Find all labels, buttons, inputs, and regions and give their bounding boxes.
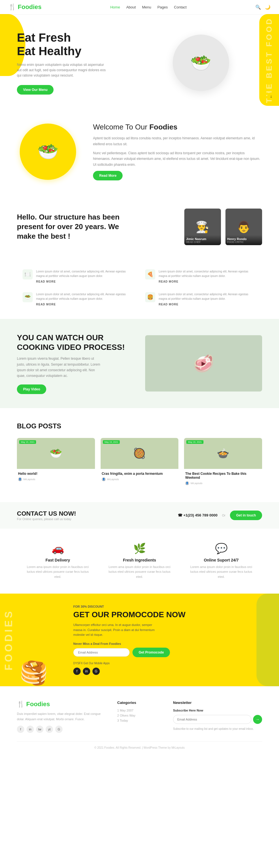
blog-author-2: 👤 MrLayouts bbox=[102, 477, 177, 481]
blog-card-1[interactable]: 🥗 May 19, 2021 Hello world! 👤 MrLayouts bbox=[17, 438, 95, 488]
hero-image: 🥗 bbox=[140, 35, 262, 91]
feature-read-1[interactable]: READ MORE bbox=[36, 280, 134, 283]
get-in-touch-button[interactable]: Get in touch bbox=[230, 510, 262, 520]
newsletter-email-input[interactable] bbox=[173, 715, 251, 724]
blog-card-2[interactable]: 🥘 May 19, 2021 Cras fringilla, enim a po… bbox=[101, 438, 179, 488]
feature-read-3[interactable]: READ MORE bbox=[36, 303, 134, 306]
chef-role-1: HEAD CHEF bbox=[186, 241, 219, 244]
nav-item-pages[interactable]: Pages bbox=[157, 5, 168, 9]
footer-social-linkedin[interactable]: in bbox=[27, 725, 34, 733]
feature-read-2[interactable]: READ MORE bbox=[159, 280, 256, 283]
welcome-section: 🥗 Welcome To Our Foodies Aptent taciti s… bbox=[0, 106, 279, 197]
newsletter-input-row: → bbox=[173, 715, 262, 724]
blog-grid: 🥗 May 19, 2021 Hello world! 👤 MrLayouts … bbox=[17, 438, 262, 488]
hero-heading: Eat Fresh Eat Healthy bbox=[17, 31, 140, 58]
footer-social-facebook[interactable]: f bbox=[17, 725, 24, 733]
footer-newsletter-cta: Subscribe Here Now bbox=[173, 709, 262, 712]
video-section: YOU CAN WATCH OUR COOKING VIDEO PROCESS!… bbox=[0, 319, 279, 408]
navbar: 🍴 Foodies Home About Menu Pages Contact … bbox=[0, 0, 279, 14]
blog-image-3: 🍲 May 19, 2021 bbox=[184, 438, 262, 469]
footer-cat-2[interactable]: 2 Olives Way bbox=[117, 714, 162, 717]
promo-right: FOR 30% DISCOUNT GET OUR PROMOCODE NOW U… bbox=[67, 594, 279, 686]
promo-email-input[interactable] bbox=[73, 648, 130, 657]
welcome-text: Welcome To Our Foodies Aptent taciti soc… bbox=[93, 123, 262, 180]
promo-food-image: 🥞 bbox=[20, 648, 48, 686]
view-menu-button[interactable]: View Our Menu bbox=[17, 85, 54, 95]
blog-card-3[interactable]: 🍲 May 19, 2021 The Best Cookie Recipes T… bbox=[184, 438, 262, 488]
blog-date-3: May 19, 2021 bbox=[186, 440, 203, 444]
footer-social-youtube[interactable]: yt bbox=[46, 725, 53, 733]
theme-toggle-icon[interactable]: 🌙 bbox=[265, 4, 271, 10]
support-icon: 💬 bbox=[190, 542, 252, 554]
footer-social-twitter[interactable]: tw bbox=[36, 725, 44, 733]
welcome-plate: 🥗 bbox=[20, 124, 76, 180]
footer-newsletter-heading: Newsletter bbox=[173, 701, 262, 705]
nav-item-menu[interactable]: Menu bbox=[142, 5, 151, 9]
chefs-cards: 👨‍🍳 Jimic Nasrum HEAD CHEF 👨 Henry Rondo… bbox=[144, 209, 262, 245]
newsletter-submit-button[interactable]: → bbox=[253, 715, 262, 724]
blog-body-1: Hello world! 👤 MrLayouts bbox=[17, 469, 95, 484]
video-thumbnail[interactable]: 🥩 ▶ bbox=[145, 335, 262, 392]
blog-body-2: Cras fringilla, enim a porta fermentum 👤… bbox=[101, 469, 179, 484]
promo-social: f in G bbox=[73, 668, 186, 675]
chef-card-1[interactable]: 👨‍🍳 Jimic Nasrum HEAD CHEF bbox=[184, 209, 221, 245]
delivery-title: Fast Delivery bbox=[27, 558, 89, 562]
feature-item-1: 🍽️ Lorem ipsum dolor sit amet, consectet… bbox=[17, 265, 140, 288]
delivery-desc: Lorem ama ipsum dolor proin in faucibus … bbox=[27, 565, 89, 580]
promo-input-row: Get Promocode bbox=[73, 648, 186, 657]
foodies-vertical-text: FOODIES bbox=[3, 609, 15, 671]
footer-social-google[interactable]: G bbox=[55, 725, 62, 733]
social-linkedin[interactable]: in bbox=[83, 668, 90, 675]
hero-plate-image: 🥗 bbox=[173, 35, 229, 91]
nav-item-home[interactable]: Home bbox=[110, 5, 120, 9]
footer-logo-icon: 🍴 bbox=[17, 701, 25, 708]
contact-or: Or bbox=[222, 514, 225, 517]
social-google[interactable]: G bbox=[92, 668, 100, 675]
hero-text: Eat Fresh Eat Healthy Nemo enim ipsam vo… bbox=[17, 31, 140, 95]
feature-icon-1: 🍽️ bbox=[23, 269, 33, 279]
contact-phone: ☎ +1(23) 456 789 0000 bbox=[178, 513, 218, 517]
nav-item-about[interactable]: About bbox=[126, 5, 136, 9]
feat-support: 💬 Online Suport 24/7 Lorem ama ipsum dol… bbox=[190, 542, 252, 580]
video-text: YOU CAN WATCH OUR COOKING VIDEO PROCESS!… bbox=[17, 333, 134, 394]
blog-section: BLOG POSTS 🥗 May 19, 2021 Hello world! 👤… bbox=[0, 408, 279, 502]
blog-author-3: 👤 MrLayouts bbox=[185, 481, 261, 485]
promo-tag: FOR 30% DISCOUNT bbox=[73, 605, 186, 608]
blog-author-1: 👤 MrLayouts bbox=[18, 477, 94, 481]
video-heading: YOU CAN WATCH OUR COOKING VIDEO PROCESS! bbox=[17, 333, 134, 352]
blog-title-3: The Best Cookie Recipes To Bake this Wee… bbox=[185, 472, 261, 479]
footer-categories-heading: Categories bbox=[117, 701, 162, 705]
play-video-button[interactable]: Play Video bbox=[17, 384, 46, 394]
logo-icon: 🍴 bbox=[8, 3, 16, 11]
chef-card-2[interactable]: 👨 Henry Rondo FOOD CRITIC bbox=[225, 209, 262, 245]
search-icon[interactable]: 🔍 bbox=[255, 4, 261, 10]
scroll-button[interactable]: ↓ bbox=[267, 92, 275, 100]
footer-cat-3[interactable]: 3 Today bbox=[117, 719, 162, 722]
footer-newsletter: Newsletter Subscribe Here Now → Subscrib… bbox=[173, 701, 262, 733]
get-promocode-button[interactable]: Get Promocode bbox=[133, 648, 170, 657]
feat-delivery: 🚗 Fast Delivery Lorem ama ipsum dolor pr… bbox=[27, 542, 89, 580]
nav-actions: 🔍 🌙 bbox=[255, 4, 271, 10]
contact-left: CONTACT US NOW! For Online queries, plea… bbox=[17, 510, 76, 521]
feature-icon-3: 🥗 bbox=[23, 292, 33, 302]
chef-overlay-2: Henry Rondo FOOD CRITIC bbox=[225, 235, 262, 245]
contact-heading: CONTACT US NOW! bbox=[17, 510, 76, 517]
footer-cat-1[interactable]: 1 May 2007 bbox=[117, 709, 162, 712]
footer-logo: 🍴 Foodies bbox=[17, 701, 106, 708]
read-more-button[interactable]: Read More bbox=[93, 171, 122, 180]
feature-read-4[interactable]: READ MORE bbox=[159, 303, 256, 306]
feature-icon-2: 🍕 bbox=[145, 269, 155, 279]
welcome-para1: Aptent taciti sociosqu ad litora conubia… bbox=[93, 135, 262, 147]
support-desc: Lorem ama ipsum dolor proin in faucibus … bbox=[190, 565, 252, 580]
brand-logo[interactable]: 🍴 Foodies bbox=[8, 3, 41, 11]
nav-item-contact[interactable]: Contact bbox=[174, 5, 187, 9]
blog-date-2: May 19, 2021 bbox=[103, 440, 120, 444]
footer-description: Duis imperdiet sapien lorem, vitae elegn… bbox=[17, 711, 106, 722]
feature-item-2: 🍕 Lorem ipsum dolor sit amet, consectetu… bbox=[140, 265, 262, 288]
social-facebook[interactable]: f bbox=[73, 668, 81, 675]
promo-foodies-text: FOODIES bbox=[3, 594, 15, 686]
author-avatar-2: 👤 bbox=[102, 477, 106, 481]
welcome-image: 🥗 bbox=[17, 124, 79, 180]
feature-item-3: 🥗 Lorem ipsum dolor sit amet, consectetu… bbox=[17, 288, 140, 310]
chef-role-2: FOOD CRITIC bbox=[227, 241, 260, 244]
